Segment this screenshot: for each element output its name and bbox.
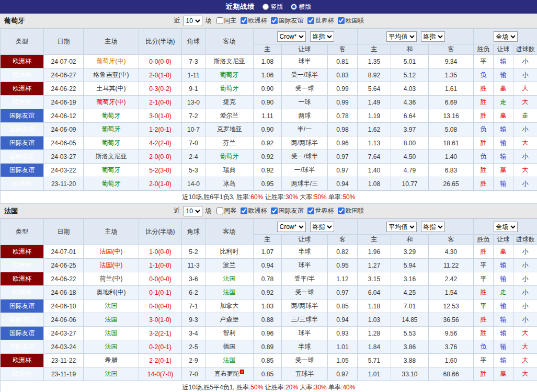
handicap-odds-type-select[interactable]: 终指 [310, 31, 334, 42]
handicap-home-odds-cell: 0.95 [254, 177, 282, 191]
euro-odds-type-select[interactable]: 终指 [421, 222, 445, 232]
result-handicap-cell: 赢 [494, 82, 513, 96]
date-cell: 23-11-19 [44, 367, 84, 381]
handicap-home-odds-cell: 0.78 [254, 272, 282, 286]
layout-radio-unselected[interactable]: 竖版 [262, 3, 283, 11]
recent-count-select[interactable]: 10 [184, 206, 202, 216]
layout-radio-group: 竖版 横版 [255, 3, 312, 11]
radio-icon[interactable] [262, 4, 269, 10]
date-cell: 24-06-10 [44, 299, 84, 313]
handicap-bookmaker-select[interactable]: Crow* [277, 31, 306, 42]
type-cell: 国际友谊 [1, 313, 44, 327]
column-header-handicap-home: 主 [254, 235, 282, 245]
competition-checkbox[interactable]: 世界杯 [307, 16, 334, 25]
date-cell: 24-06-12 [44, 109, 84, 123]
table-header: 类型 日期 主场 比分(半场) 角球 客场 Crow*终指 平均值终指 全场 主… [1, 219, 537, 245]
checkbox-label: 国际友谊 [279, 16, 304, 25]
match-row: 欧洲杯 23-11-20 葡萄牙 2-0(1-0) 14-0 冰岛 0.95 两… [1, 177, 537, 191]
type-cell: 欧洲杯 [1, 286, 44, 299]
checkbox-input[interactable] [338, 17, 345, 24]
euro-home-odds-cell: 5.64 [358, 82, 391, 96]
home-team-cell: 奥地利(中) [84, 286, 139, 299]
handicap-home-odds-cell: 0.92 [254, 286, 282, 299]
result-goals-cell: 大 [513, 354, 537, 367]
checkbox-input[interactable] [271, 207, 278, 214]
handicap-home-odds-cell: 1.08 [254, 55, 282, 68]
handicap-line-cell: 两/两球半 [282, 299, 328, 313]
checkbox-input[interactable] [241, 207, 247, 214]
competition-checkbox[interactable]: 国际友谊 [271, 16, 304, 25]
same-venue-checkbox[interactable]: 同客 [216, 206, 237, 215]
result-outcome-cell: 平 [474, 55, 494, 68]
score-cell: 0-2(0-1) [139, 340, 182, 354]
summary-segment: 50% [342, 193, 355, 201]
summary-cell: 近10场,胜6平1负3, 胜率:60% 让胜率:30% 大率:50% 单率:50… [1, 191, 537, 204]
home-team-cell: 葡萄牙 [84, 109, 139, 123]
match-filters: 近 10 场 同客 欧洲杯国际友谊世界杯欧国联 [173, 206, 364, 216]
table-footer: 近10场,胜6平1负3, 胜率:60% 让胜率:30% 大率:50% 单率:50… [1, 191, 537, 204]
date-cell: 24-06-19 [44, 96, 84, 109]
checkbox-input[interactable] [307, 17, 314, 24]
column-header-result-handicap: 让球 [494, 44, 513, 55]
checkbox-input[interactable] [271, 17, 278, 24]
score-cell: 0-3(0-2) [139, 82, 182, 96]
result-outcome-cell: 平 [474, 299, 494, 313]
checkbox-input[interactable] [216, 207, 223, 214]
table-header: 类型 日期 主场 比分(半场) 角球 客场 Crow*终指 平均值终指 全场 主… [1, 29, 537, 55]
same-venue-checkbox[interactable]: 同主 [216, 16, 237, 25]
away-team-cell: 比利时 [205, 245, 254, 259]
checkbox-input[interactable] [338, 207, 345, 214]
result-goals-cell: 小 [513, 150, 537, 164]
corners-cell: 7-2 [182, 109, 205, 123]
competition-checkbox[interactable]: 国际友谊 [271, 206, 304, 215]
result-goals-cell: 小 [513, 55, 537, 68]
summary-segment: 30% [285, 193, 298, 201]
euro-draw-odds-cell: 3.16 [391, 272, 429, 286]
handicap-away-odds-cell: 0.85 [328, 299, 358, 313]
euro-home-odds-cell: 1.62 [358, 123, 391, 136]
summary-segment: 大率: [298, 193, 314, 201]
competition-checkbox[interactable]: 欧洲杯 [241, 16, 267, 25]
checkbox-label: 欧洲杯 [248, 206, 267, 215]
competition-checkbox[interactable]: 世界杯 [307, 206, 334, 215]
result-goals-cell: 大 [513, 82, 537, 96]
home-team-cell: 葡萄牙 [84, 136, 139, 150]
handicap-odds-type-select[interactable]: 终指 [310, 222, 334, 232]
recent-count-select[interactable]: 10 [184, 16, 202, 26]
away-team-cell: 冰岛 [205, 177, 254, 191]
score-cell: 3-0(1-0) [139, 313, 182, 327]
home-team-cell: 葡萄牙(中) [84, 96, 139, 109]
handicap-bookmaker-select[interactable]: Crow* [277, 222, 306, 232]
layout-radio-selected[interactable]: 横版 [291, 3, 312, 11]
handicap-home-odds-cell: 0.89 [254, 340, 282, 354]
home-team-cell: 法国 [84, 367, 139, 381]
competition-checkbox[interactable]: 欧国联 [338, 16, 364, 25]
type-cell: 国际友谊 [1, 299, 44, 313]
score-cell: 5-2(3-0) [139, 164, 182, 177]
euro-odds-type-select[interactable]: 终指 [421, 31, 445, 42]
competition-checkbox[interactable]: 欧洲杯 [241, 206, 267, 215]
checkbox-input[interactable] [241, 17, 247, 24]
radio-icon[interactable] [291, 4, 297, 10]
summary-segment: 60% [250, 193, 263, 201]
euro-away-odds-cell: 4.30 [429, 245, 474, 259]
summary-segment: 50% [250, 384, 263, 391]
euro-home-odds-cell: 1.27 [358, 259, 391, 272]
checkbox-input[interactable] [216, 17, 223, 24]
competition-checkbox[interactable]: 欧国联 [338, 206, 364, 215]
score-cell: 0-1(0-1) [139, 286, 182, 299]
handicap-away-odds-cell: 1.12 [328, 272, 358, 286]
euro-odds-source-select[interactable]: 平均值 [386, 222, 417, 232]
score-cell: 1-1(0-0) [139, 259, 182, 272]
match-scope-select[interactable]: 全场 [494, 31, 518, 42]
column-header-result-handicap: 让球 [494, 235, 513, 245]
home-team-cell: 希腊 [84, 354, 139, 367]
result-outcome-cell: 平 [474, 354, 494, 367]
handicap-line-cell: 两球半/三 [282, 177, 328, 191]
checkbox-input[interactable] [307, 207, 314, 214]
match-scope-select[interactable]: 全场 [494, 222, 518, 232]
handicap-home-odds-cell: 0.96 [254, 327, 282, 340]
column-header-home: 主场 [84, 29, 139, 55]
euro-odds-source-select[interactable]: 平均值 [386, 31, 417, 42]
euro-home-odds-cell: 1.18 [358, 299, 391, 313]
